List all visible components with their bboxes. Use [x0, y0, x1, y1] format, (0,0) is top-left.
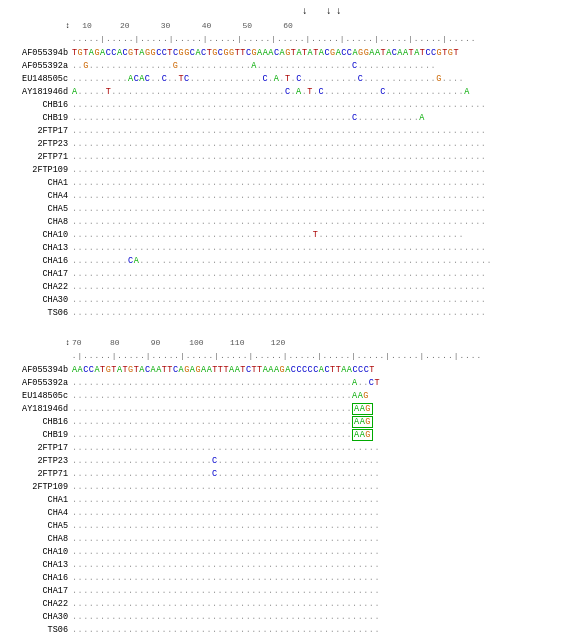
seq-data-AY181946d-2: ........................................…	[72, 404, 373, 414]
seq-data-AF055392a-1: ..G...............G.............A.......…	[72, 61, 436, 71]
seq-row-AF055392a-1: AF055392a ..G...............G...........…	[0, 59, 555, 72]
seq-data-CHA22-2: ........................................…	[72, 599, 380, 609]
seq-data-CHA16-2: ........................................…	[72, 573, 380, 583]
seq-row-CHA22-2: CHA22 ..................................…	[0, 597, 555, 610]
seq-row-CHA4-2: CHA4 ...................................…	[0, 506, 555, 519]
seq-row-2FTP23-2: 2FTP23 .........................C.......…	[0, 454, 555, 467]
seq-label-2FTP109-2: 2FTP109	[0, 482, 72, 492]
seq-label-CHB19-2: CHB19	[0, 430, 72, 440]
seq-row-EU148505c-1: EU148505c ..........ACAC..C..TC.........…	[0, 72, 555, 85]
seq-data-EU148505c-1: ..........ACAC..C..TC.............C.A.T.…	[72, 74, 464, 84]
seq-row-CHA13-1: CHA13 ..................................…	[0, 241, 555, 254]
seq-data-2FTP71-1: ........................................…	[72, 152, 486, 162]
seq-data-CHA5-1: ........................................…	[72, 204, 486, 214]
seq-label-CHA17-2: CHA17	[0, 586, 72, 596]
seq-data-CHA1-2: ........................................…	[72, 495, 380, 505]
seq-row-CHA5-1: CHA5 ...................................…	[0, 202, 555, 215]
seq-row-TS06-1: TS06 ...................................…	[0, 306, 555, 319]
seq-data-CHA5-2: ........................................…	[72, 521, 380, 531]
seq-label-2FTP17-1: 2FTP17	[0, 126, 72, 136]
seq-label-CHB16-1: CHB16	[0, 100, 72, 110]
seq-data-CHA22-1: ........................................…	[72, 282, 486, 292]
ruler-1: ↕ 10 20 30 40 50 60	[0, 18, 555, 32]
block-separator	[0, 323, 555, 331]
seq-label-2FTP71-2: 2FTP71	[0, 469, 72, 479]
seq-row-CHA17-2: CHA17 ..................................…	[0, 584, 555, 597]
seq-label-2FTP71-1: 2FTP71	[0, 152, 72, 162]
seq-data-2FTP109-2: ........................................…	[72, 482, 380, 492]
seq-label-CHA4-2: CHA4	[0, 508, 72, 518]
seq-label-CHA16-2: CHA16	[0, 573, 72, 583]
seq-row-CHA1-1: CHA1 ...................................…	[0, 176, 555, 189]
seq-data-CHA30-2: ........................................…	[72, 612, 380, 622]
seq-data-2FTP17-2: ........................................…	[72, 443, 380, 453]
seq-data-CHA1-1: ........................................…	[72, 178, 486, 188]
seq-label-CHA22-2: CHA22	[0, 599, 72, 609]
seq-row-CHA1-2: CHA1 ...................................…	[0, 493, 555, 506]
seq-label-EU148505c-1: EU148505c	[0, 74, 72, 84]
block-2: ↕ 70 80 90 100 110 120 .|.....|.....|...…	[0, 331, 555, 640]
seq-row-CHB19-2: CHB19 ..................................…	[0, 428, 555, 441]
seq-row-2FTP109-2: 2FTP109 ................................…	[0, 480, 555, 493]
seq-label-TS06-1: TS06	[0, 308, 72, 318]
alignment-viewer: ↓↓↓ ↕ 10 20 30 40 50 60 .....|.....|....…	[0, 0, 567, 641]
seq-label-CHA13-2: CHA13	[0, 560, 72, 570]
tick-row-2: .|.....|.....|.....|.....|.....|.....|..…	[0, 349, 555, 363]
seq-label-2FTP23-2: 2FTP23	[0, 456, 72, 466]
seq-label-AY181946d-1: AY181946d	[0, 87, 72, 97]
seq-row-CHA8-1: CHA8 ...................................…	[0, 215, 555, 228]
seq-row-CHA16-2: CHA16 ..................................…	[0, 571, 555, 584]
seq-data-CHA17-1: ........................................…	[72, 269, 486, 279]
seq-label-2FTP17-2: 2FTP17	[0, 443, 72, 453]
seq-data-CHA8-2: ........................................…	[72, 534, 380, 544]
seq-row-AY181946d-1: AY181946d A.....T.......................…	[0, 85, 555, 98]
seq-label-CHA8-1: CHA8	[0, 217, 72, 227]
seq-row-CHA30-1: CHA30 ..................................…	[0, 293, 555, 306]
seq-row-CHA10-1: CHA10 ..................................…	[0, 228, 555, 241]
seq-data-ref1: TGTAGACCACGTAGGCCTCGGCACTGCGGTTCGAAACAGT…	[72, 48, 459, 58]
tick-scale-2: .|.....|.....|.....|.....|.....|.....|..…	[72, 352, 482, 360]
seq-data-EU148505c-2: ........................................…	[72, 391, 369, 401]
seq-data-CHA13-1: ........................................…	[72, 243, 486, 253]
seq-label-CHB16-2: CHB16	[0, 417, 72, 427]
seq-row-2FTP23-1: 2FTP23 .................................…	[0, 137, 555, 150]
seq-row-CHA4-1: CHA4 ...................................…	[0, 189, 555, 202]
arrows-indicators: ↓↓↓	[72, 6, 342, 17]
seq-label-CHA17-1: CHA17	[0, 269, 72, 279]
seq-row-2FTP109-1: 2FTP109 ................................…	[0, 163, 555, 176]
seq-label-ref2: AF055394b	[0, 365, 72, 375]
seq-data-CHB16-1: ........................................…	[72, 100, 486, 110]
seq-label-CHA1-1: CHA1	[0, 178, 72, 188]
seq-row-AF055392a-2: AF055392a ..............................…	[0, 376, 555, 389]
seq-row-CHA30-2: CHA30 ..................................…	[0, 610, 555, 623]
seq-data-ref2: AACCATGTATGTACAATTCAGAGAATTTAATCTTAAAGAC…	[72, 365, 375, 375]
seq-label-2FTP23-1: 2FTP23	[0, 139, 72, 149]
seq-label-AF055392a-2: AF055392a	[0, 378, 72, 388]
seq-data-CHA4-1: ........................................…	[72, 191, 486, 201]
seq-row-2FTP17-2: 2FTP17 .................................…	[0, 441, 555, 454]
seq-row-CHA13-2: CHA13 ..................................…	[0, 558, 555, 571]
seq-label-TS06-2: TS06	[0, 625, 72, 635]
seq-label-CHA4-1: CHA4	[0, 191, 72, 201]
seq-row-ref2: AF055394b AACCATGTATGTACAATTCAGAGAATTTAA…	[0, 363, 555, 376]
seq-data-CHA17-2: ........................................…	[72, 586, 380, 596]
seq-row-2FTP17-1: 2FTP17 .................................…	[0, 124, 555, 137]
seq-label-ref1: AF055394b	[0, 48, 72, 58]
ruler-2: ↕ 70 80 90 100 110 120	[0, 335, 555, 349]
seq-row-2FTP71-1: 2FTP71 .................................…	[0, 150, 555, 163]
seq-data-2FTP109-1: ........................................…	[72, 165, 486, 175]
seq-label-CHA5-1: CHA5	[0, 204, 72, 214]
seq-data-CHA13-2: ........................................…	[72, 560, 380, 570]
ruler-scale-1: 10 20 30 40 50 60	[72, 21, 306, 30]
seq-row-CHA10-2: CHA10 ..................................…	[0, 545, 555, 558]
seq-row-CHA5-2: CHA5 ...................................…	[0, 519, 555, 532]
seq-row-AY181946d-2: AY181946d ..............................…	[0, 402, 555, 415]
seq-label-AF055392a-1: AF055392a	[0, 61, 72, 71]
seq-row-CHB19-1: CHB19 ..................................…	[0, 111, 555, 124]
seq-data-CHB19-2: ........................................…	[72, 430, 373, 440]
ruler-scale-2: 70 80 90 100 110 120	[72, 338, 296, 347]
seq-label-CHA10-2: CHA10	[0, 547, 72, 557]
seq-row-ref1: AF055394b TGTAGACCACGTAGGCCTCGGCACTGCGGT…	[0, 46, 555, 59]
seq-data-CHA30-1: ........................................…	[72, 295, 486, 305]
seq-data-CHA10-1: ........................................…	[72, 230, 464, 240]
